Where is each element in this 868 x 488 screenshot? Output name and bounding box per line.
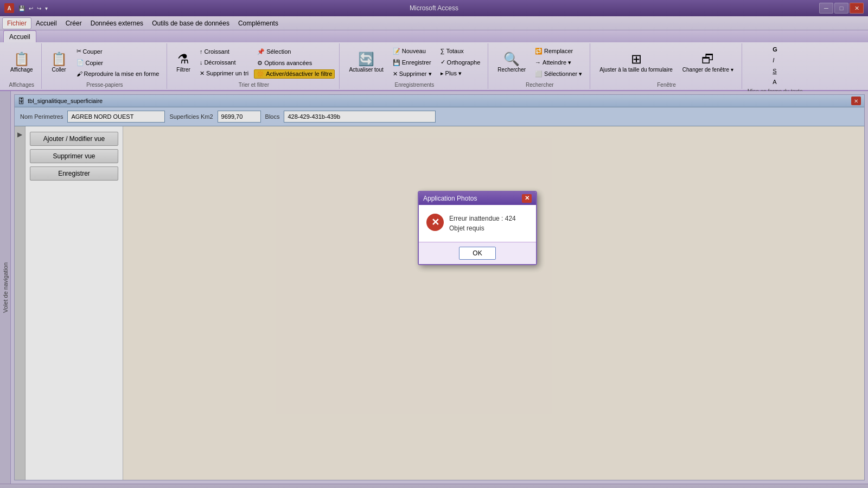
dialog-titlebar: Application Photos ✕	[419, 192, 536, 205]
error-line1: Erreur inattendue : 424	[449, 214, 516, 223]
dialog-ok-button[interactable]: OK	[459, 247, 495, 260]
error-icon: ✕	[426, 214, 444, 231]
dialog-overlay: Application Photos ✕ ✕ Erreur inattendue…	[0, 0, 868, 488]
dialog-footer: OK	[419, 242, 536, 264]
error-dialog: Application Photos ✕ ✕ Erreur inattendue…	[418, 191, 537, 265]
error-line2: Objet requis	[449, 223, 516, 233]
dialog-title: Application Photos	[423, 195, 477, 202]
dialog-body: ✕ Erreur inattendue : 424 Objet requis	[419, 205, 536, 242]
error-text: Erreur inattendue : 424 Objet requis	[449, 214, 516, 233]
dialog-close-button[interactable]: ✕	[522, 194, 532, 203]
